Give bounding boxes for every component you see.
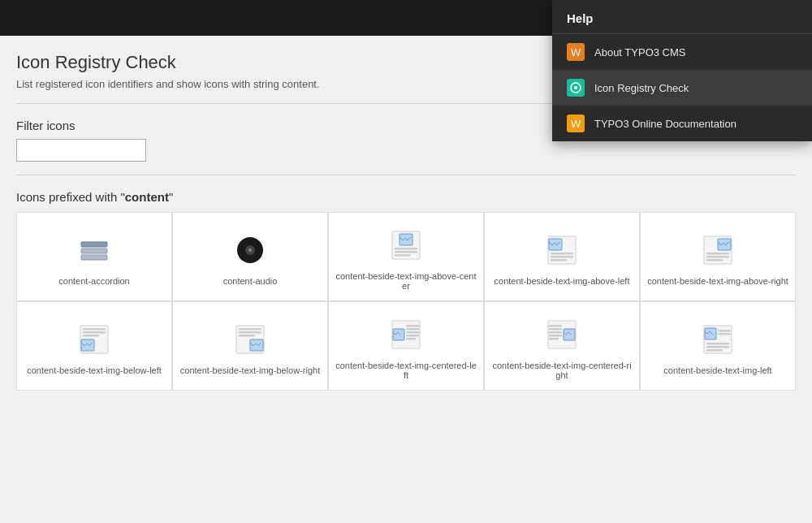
svg-text:W: W bbox=[571, 46, 581, 58]
icon-grid-row-1: content-accordion content-audio bbox=[16, 212, 796, 301]
icon-card-content-beside-text-img-below-right[interactable]: content-beside-text-img-below-right bbox=[172, 301, 328, 391]
icon-card-content-beside-text-img-centered-left[interactable]: content-beside-text-img-centered-left bbox=[328, 301, 484, 391]
icon-label-content-accordion: content-accordion bbox=[58, 276, 129, 286]
icon-label-content-beside-text-img-centered-left: content-beside-text-img-centered-left bbox=[335, 361, 477, 380]
svg-rect-21 bbox=[551, 259, 567, 262]
svg-rect-8 bbox=[81, 255, 107, 260]
help-dropdown-menu: Help W About TYPO3 CMS Icon Registry Che… bbox=[552, 0, 812, 141]
svg-rect-35 bbox=[239, 335, 255, 337]
section-prefix-keyword: content bbox=[125, 190, 169, 204]
icon-label-content-beside-text-img-above-right: content-beside-text-img-above-right bbox=[647, 276, 788, 286]
svg-rect-15 bbox=[395, 251, 417, 253]
svg-rect-49 bbox=[549, 335, 562, 337]
content-beside-text-img-above-center-icon bbox=[387, 226, 425, 265]
content-beside-text-img-below-right-icon bbox=[231, 320, 270, 359]
content-audio-icon bbox=[231, 231, 270, 270]
icon-card-content-beside-text-img-above-left[interactable]: content-beside-text-img-above-left bbox=[484, 212, 640, 301]
icon-label-content-beside-text-img-above-left: content-beside-text-img-above-left bbox=[495, 276, 630, 286]
content-beside-text-img-above-left-icon bbox=[542, 231, 581, 270]
svg-rect-54 bbox=[718, 333, 731, 335]
svg-rect-16 bbox=[395, 254, 411, 257]
content-beside-text-img-below-left-icon bbox=[75, 320, 114, 359]
section-prefix-suffix: " bbox=[169, 190, 173, 204]
svg-rect-50 bbox=[549, 338, 559, 340]
content-beside-text-img-above-right-icon bbox=[698, 231, 737, 270]
help-menu-header: Help bbox=[552, 0, 812, 34]
svg-rect-25 bbox=[706, 256, 729, 258]
filter-input[interactable] bbox=[16, 139, 146, 162]
svg-rect-20 bbox=[551, 256, 573, 258]
svg-rect-19 bbox=[551, 253, 573, 255]
content-beside-text-img-centered-right-icon bbox=[542, 315, 581, 354]
svg-rect-14 bbox=[395, 248, 417, 250]
svg-rect-48 bbox=[549, 331, 562, 334]
icon-label-content-beside-text-img-centered-right: content-beside-text-img-centered-right bbox=[491, 361, 633, 380]
help-menu-item-about-label: About TYPO3 CMS bbox=[594, 46, 685, 58]
svg-rect-34 bbox=[239, 331, 261, 334]
icon-label-content-beside-text-img-left: content-beside-text-img-left bbox=[663, 365, 771, 375]
icon-label-content-audio: content-audio bbox=[223, 276, 278, 286]
svg-rect-38 bbox=[393, 329, 404, 340]
icon-card-content-beside-text-img-below-left[interactable]: content-beside-text-img-below-left bbox=[16, 301, 172, 391]
svg-rect-41 bbox=[406, 331, 419, 334]
help-menu-item-docs-label: TYPO3 Online Documentation bbox=[594, 118, 736, 130]
icon-card-content-accordion[interactable]: content-accordion bbox=[16, 212, 172, 301]
filter-divider bbox=[16, 175, 796, 175]
icon-card-content-beside-text-img-left[interactable]: content-beside-text-img-left bbox=[640, 301, 796, 391]
svg-rect-57 bbox=[706, 349, 723, 352]
icon-registry-icon bbox=[567, 79, 585, 97]
icon-card-content-audio[interactable]: content-audio bbox=[172, 212, 328, 301]
icon-card-content-beside-text-img-above-right[interactable]: content-beside-text-img-above-right bbox=[640, 212, 796, 301]
icon-card-content-beside-text-img-above-center[interactable]: content-beside-text-img-above-center bbox=[328, 212, 484, 301]
svg-point-60 bbox=[574, 86, 577, 89]
svg-rect-30 bbox=[83, 335, 99, 337]
typo3-docs-icon: W bbox=[567, 115, 585, 132]
about-typo3-icon: W bbox=[567, 43, 585, 61]
help-menu-item-icon-registry-label: Icon Registry Check bbox=[594, 82, 689, 94]
svg-rect-43 bbox=[406, 338, 416, 340]
section-title: Icons prefixed with "content" bbox=[16, 190, 796, 204]
svg-rect-52 bbox=[705, 328, 716, 339]
svg-rect-33 bbox=[239, 328, 261, 331]
icon-label-content-beside-text-img-below-left: content-beside-text-img-below-left bbox=[27, 365, 162, 375]
icon-label-content-beside-text-img-above-center: content-beside-text-img-above-center bbox=[335, 271, 477, 291]
svg-rect-55 bbox=[706, 343, 729, 345]
svg-rect-53 bbox=[718, 330, 731, 332]
content-beside-text-img-centered-left-icon bbox=[387, 315, 425, 354]
svg-rect-40 bbox=[406, 328, 419, 331]
help-menu-item-icon-registry[interactable]: Icon Registry Check bbox=[552, 70, 812, 106]
icon-label-content-beside-text-img-below-right: content-beside-text-img-below-right bbox=[180, 365, 320, 375]
svg-rect-45 bbox=[564, 329, 575, 340]
svg-rect-7 bbox=[81, 249, 107, 253]
svg-rect-28 bbox=[83, 328, 106, 331]
svg-rect-39 bbox=[406, 325, 419, 327]
svg-rect-47 bbox=[549, 328, 562, 331]
help-menu-item-docs[interactable]: W TYPO3 Online Documentation bbox=[552, 106, 812, 141]
icon-card-content-beside-text-img-centered-right[interactable]: content-beside-text-img-centered-right bbox=[484, 301, 640, 391]
content-accordion-icon bbox=[75, 231, 114, 270]
svg-rect-29 bbox=[83, 331, 106, 334]
svg-rect-42 bbox=[406, 335, 419, 337]
svg-rect-24 bbox=[706, 253, 729, 255]
svg-rect-56 bbox=[706, 346, 729, 348]
svg-rect-26 bbox=[706, 259, 723, 262]
svg-text:W: W bbox=[571, 118, 581, 130]
svg-rect-46 bbox=[549, 325, 562, 327]
svg-point-11 bbox=[248, 249, 252, 252]
help-menu-item-about[interactable]: W About TYPO3 CMS bbox=[552, 34, 812, 70]
section-prefix-text: Icons prefixed with " bbox=[16, 190, 125, 204]
content-beside-text-img-left-icon bbox=[698, 320, 737, 359]
svg-rect-6 bbox=[81, 242, 107, 247]
icon-grid-row-2: content-beside-text-img-below-left conte… bbox=[16, 301, 796, 391]
